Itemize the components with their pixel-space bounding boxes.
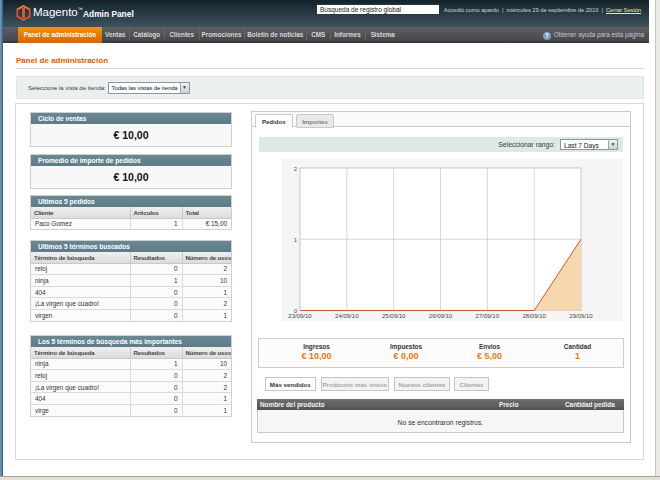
svg-text:24/09/10: 24/09/10 xyxy=(335,313,359,319)
svg-text:2: 2 xyxy=(294,166,298,172)
svg-text:1: 1 xyxy=(294,237,298,243)
svg-text:25/09/10: 25/09/10 xyxy=(382,313,406,319)
svg-text:23/09/10: 23/09/10 xyxy=(288,313,312,319)
svg-text:29/09/10: 29/09/10 xyxy=(569,313,593,319)
svg-text:28/09/10: 28/09/10 xyxy=(523,313,547,319)
svg-text:26/09/10: 26/09/10 xyxy=(429,313,453,319)
svg-text:27/09/10: 27/09/10 xyxy=(476,313,500,319)
